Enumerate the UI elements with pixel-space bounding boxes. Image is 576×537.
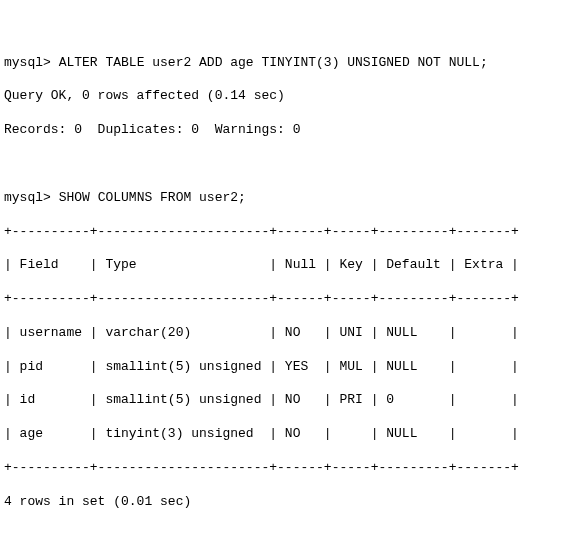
prompt: mysql> [4, 190, 51, 205]
table-border: +----------+----------------------+-----… [4, 224, 572, 241]
cmd-line-2[interactable]: mysql> SHOW COLUMNS FROM user2; [4, 190, 572, 207]
table-footer: 4 rows in set (0.01 sec) [4, 494, 572, 511]
table-row: | age | tinyint(3) unsigned | NO | | NUL… [4, 426, 572, 443]
prompt: mysql> [4, 55, 51, 70]
table-row: | id | smallint(5) unsigned | NO | PRI |… [4, 392, 572, 409]
blank-line [4, 156, 572, 173]
result-line: Query OK, 0 rows affected (0.14 sec) [4, 88, 572, 105]
table-row: | pid | smallint(5) unsigned | YES | MUL… [4, 359, 572, 376]
table-row: | username | varchar(20) | NO | UNI | NU… [4, 325, 572, 342]
table-border: +----------+----------------------+-----… [4, 460, 572, 477]
table-header: | Field | Type | Null | Key | Default | … [4, 257, 572, 274]
result-line: Records: 0 Duplicates: 0 Warnings: 0 [4, 122, 572, 139]
sql-show-1: SHOW COLUMNS FROM user2; [59, 190, 246, 205]
cmd-line-1[interactable]: mysql> ALTER TABLE user2 ADD age TINYINT… [4, 55, 572, 72]
blank-line [4, 528, 572, 537]
sql-alter-1: ALTER TABLE user2 ADD age TINYINT(3) UNS… [59, 55, 488, 70]
table-border: +----------+----------------------+-----… [4, 291, 572, 308]
